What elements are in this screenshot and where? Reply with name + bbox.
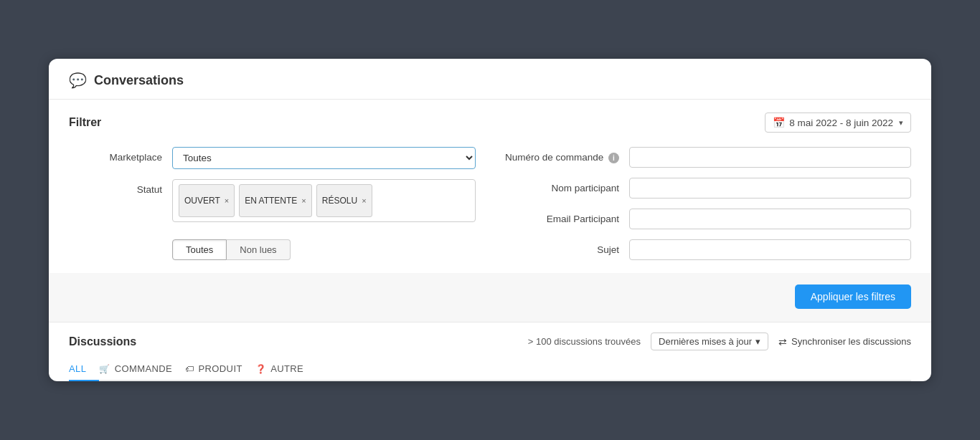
- chevron-down-icon: ▾: [755, 336, 760, 347]
- sync-label: Synchroniser les discussions: [791, 336, 911, 347]
- email-participant-input[interactable]: [629, 209, 911, 229]
- filter-rows: Marketplace Toutes Amazon Cdiscount Fnac…: [69, 147, 911, 260]
- calendar-icon: 📅: [773, 117, 785, 128]
- info-icon[interactable]: i: [608, 153, 619, 163]
- numero-commande-label: Numéro de commande i: [504, 147, 619, 163]
- tab-autre[interactable]: ❓ AUTRE: [255, 358, 316, 381]
- discussions-sort[interactable]: Dernières mises à jour ▾: [651, 333, 768, 350]
- email-participant-row: Email Participant: [504, 209, 911, 229]
- tag-ouvert-label: OUVERT: [184, 196, 220, 206]
- tag-resolu-label: RÉSOLU: [322, 196, 357, 206]
- discussions-header: Discussions > 100 discussions trouvées D…: [69, 322, 911, 350]
- card-header-title: 💬 Conversations: [69, 72, 184, 89]
- main-card: 💬 Conversations Filtrer 📅 8 mai 2022 - 8…: [49, 59, 931, 381]
- sujet-wrap: [629, 239, 911, 260]
- sort-label: Dernières mises à jour: [659, 336, 752, 347]
- filter-left: Marketplace Toutes Amazon Cdiscount Fnac…: [69, 147, 476, 260]
- tag-icon: 🏷: [185, 364, 194, 374]
- discussions-section: Discussions > 100 discussions trouvées D…: [49, 322, 931, 381]
- tag-en-attente-close[interactable]: ×: [301, 197, 306, 205]
- tag-ouvert-close[interactable]: ×: [225, 197, 229, 205]
- filter-right: Numéro de commande i Nom participant: [504, 147, 911, 260]
- tag-ouvert: OUVERT ×: [179, 184, 235, 217]
- numero-commande-wrap: [629, 147, 911, 168]
- question-icon: ❓: [255, 364, 266, 374]
- filter-title: Filtrer: [69, 116, 101, 129]
- statut-label: Statut: [69, 179, 162, 195]
- tag-resolu-close[interactable]: ×: [362, 197, 366, 205]
- toggle-toutes[interactable]: Toutes: [172, 239, 227, 260]
- tag-en-attente-label: EN ATTENTE: [245, 196, 297, 206]
- filter-section: Filtrer 📅 8 mai 2022 - 8 juin 2022 ▾ Mar…: [49, 100, 931, 260]
- toggle-wrap: Toutes Non lues: [172, 232, 476, 260]
- statut-input-wrap: OUVERT × EN ATTENTE × RÉSOLU ×: [172, 179, 476, 222]
- toggle-row: Toutes Non lues: [69, 232, 476, 260]
- tags-container[interactable]: OUVERT × EN ATTENTE × RÉSOLU ×: [172, 179, 476, 222]
- filter-header: Filtrer 📅 8 mai 2022 - 8 juin 2022 ▾: [69, 113, 911, 133]
- nom-participant-row: Nom participant: [504, 178, 911, 199]
- nom-participant-wrap: [629, 178, 911, 199]
- tab-commande[interactable]: 🛒 COMMANDE: [99, 358, 185, 381]
- toggle-label-spacer: [69, 232, 162, 237]
- toggle-non-lues[interactable]: Non lues: [227, 239, 290, 260]
- tab-produit[interactable]: 🏷 PRODUIT: [185, 358, 255, 381]
- chat-icon: 💬: [69, 72, 87, 89]
- discussions-sync[interactable]: ⇄ Synchroniser les discussions: [778, 336, 911, 348]
- apply-filters-button[interactable]: Appliquer les filtres: [795, 284, 911, 309]
- chevron-down-icon: ▾: [899, 118, 903, 128]
- nom-participant-input[interactable]: [629, 178, 911, 199]
- tab-all[interactable]: All: [69, 358, 99, 381]
- numero-commande-input[interactable]: [629, 147, 911, 168]
- date-range-picker[interactable]: 📅 8 mai 2022 - 8 juin 2022 ▾: [765, 113, 911, 133]
- sync-icon: ⇄: [778, 336, 787, 348]
- apply-row: Appliquer les filtres: [49, 273, 931, 322]
- discussions-title: Discussions: [69, 335, 136, 348]
- sujet-input[interactable]: [629, 239, 911, 260]
- marketplace-row: Marketplace Toutes Amazon Cdiscount Fnac…: [69, 147, 476, 169]
- toggle-group: Toutes Non lues: [172, 239, 476, 260]
- discussions-count: > 100 discussions trouvées: [528, 336, 641, 347]
- tab-commande-label: COMMANDE: [115, 363, 172, 374]
- tag-en-attente: EN ATTENTE ×: [239, 184, 312, 217]
- tab-autre-label: AUTRE: [270, 363, 303, 374]
- statut-row: Statut OUVERT × EN ATTENTE ×: [69, 179, 476, 222]
- marketplace-select[interactable]: Toutes Amazon Cdiscount Fnac La Redoute: [172, 147, 476, 169]
- marketplace-input-wrap: Toutes Amazon Cdiscount Fnac La Redoute: [172, 147, 476, 169]
- card-header: 💬 Conversations: [49, 59, 931, 100]
- date-range-text: 8 mai 2022 - 8 juin 2022: [789, 118, 893, 128]
- numero-commande-row: Numéro de commande i: [504, 147, 911, 168]
- tag-resolu: RÉSOLU ×: [316, 184, 372, 217]
- sujet-label: Sujet: [504, 239, 619, 255]
- marketplace-label: Marketplace: [69, 147, 162, 163]
- discussions-tabs: All 🛒 COMMANDE 🏷 PRODUIT ❓ AUTRE: [69, 358, 911, 381]
- tab-produit-label: PRODUIT: [199, 363, 242, 374]
- sujet-row: Sujet: [504, 239, 911, 260]
- tab-all-label: All: [69, 363, 86, 374]
- cart-icon: 🛒: [99, 364, 110, 374]
- discussions-meta: > 100 discussions trouvées Dernières mis…: [528, 333, 911, 350]
- nom-participant-label: Nom participant: [504, 178, 619, 193]
- email-participant-label: Email Participant: [504, 209, 619, 224]
- page-title: Conversations: [94, 73, 184, 88]
- email-participant-wrap: [629, 209, 911, 229]
